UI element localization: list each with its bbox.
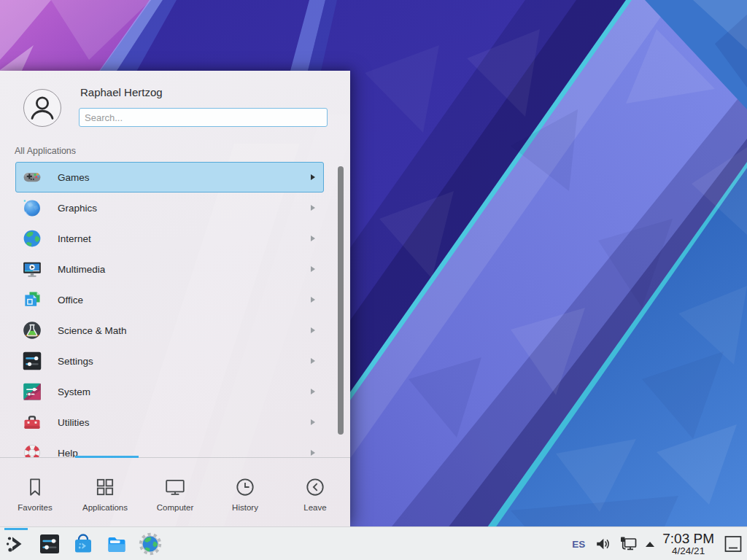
submenu-arrow-icon [311,205,315,211]
category-row-utilities[interactable]: Utilities [15,407,324,438]
leave-icon [304,476,326,498]
web-browser-button[interactable] [137,531,163,557]
utilities-icon [22,412,42,432]
web-browser-icon [139,532,162,556]
category-list: Games Graphics [0,162,350,457]
category-label: Multimedia [58,264,105,275]
tab-label: Favorites [18,503,52,512]
science-icon [22,320,42,341]
scrollbar[interactable] [338,165,344,508]
favorites-icon [24,476,46,498]
tab-favorites[interactable]: Favorites [0,460,70,526]
category-label: Office [58,295,83,306]
user-name: Raphael Hertzog [80,86,163,98]
system-tray: ES 7:03 PM 4/24/21 [572,527,747,560]
taskbar: ES 7:03 PM 4/24/21 [0,526,747,560]
clock-date: 4/24/21 [662,546,714,556]
keyboard-layout-indicator[interactable]: ES [572,539,585,550]
category-label: System [58,386,90,397]
office-icon [22,289,42,310]
application-launcher-button[interactable] [3,531,29,557]
digital-clock[interactable]: 7:03 PM 4/24/21 [662,532,714,556]
discover-button[interactable] [70,531,96,557]
tab-history[interactable]: History [210,460,280,526]
show-desktop-icon [724,534,743,554]
submenu-arrow-icon [311,236,315,241]
active-tab-indicator [75,456,139,458]
system-icon [22,381,42,402]
category-label: Graphics [58,203,97,214]
category-row-internet[interactable]: Internet [15,223,324,254]
tab-applications[interactable]: Applications [70,460,140,526]
tabbar-separator [0,457,350,458]
submenu-arrow-icon [311,266,315,272]
system-settings-button[interactable] [36,531,63,557]
user-avatar-icon [23,88,62,128]
show-desktop-button[interactable] [723,534,743,554]
user-avatar[interactable] [23,88,62,128]
applications-icon [94,476,116,498]
volume-icon[interactable] [595,535,611,553]
category-row-system[interactable]: System [15,376,324,407]
category-row-settings[interactable]: Settings [15,346,324,376]
multimedia-icon [22,259,42,279]
tab-label: Computer [157,503,194,512]
graphics-icon [22,198,42,218]
taskbar-launchers [0,531,171,557]
system-settings-icon [38,532,61,556]
tab-label: Applications [82,503,128,512]
application-launcher-menu: Raphael Hertzog All Applications Games [0,71,350,526]
tab-leave[interactable]: Leave [280,460,350,526]
category-row-graphics[interactable]: Graphics [15,192,324,223]
network-icon[interactable] [619,534,638,553]
category-row-science-math[interactable]: Science & Math [15,315,324,346]
submenu-arrow-icon [311,419,315,425]
help-icon [22,443,42,457]
launcher-tabbar: Favorites Applications Computer [0,460,350,526]
file-manager-button[interactable] [104,531,130,557]
kde-launcher-icon [4,532,28,556]
discover-icon [71,532,95,556]
file-manager-icon [105,532,128,556]
category-row-games[interactable]: Games [15,162,324,192]
category-label: Science & Math [58,325,127,336]
category-row-multimedia[interactable]: Multimedia [15,254,324,284]
computer-icon [164,476,186,498]
submenu-arrow-icon [311,358,315,364]
category-row-office[interactable]: Office [15,284,324,315]
category-label: Games [58,172,90,183]
submenu-arrow-icon [311,450,315,456]
category-row-help[interactable]: Help [15,438,324,457]
submenu-arrow-icon [311,327,315,333]
category-label: Settings [58,356,93,367]
active-task-indicator [4,528,28,530]
tab-label: Leave [303,503,326,512]
internet-icon [22,228,42,249]
submenu-arrow-icon [311,297,315,303]
history-icon [234,476,256,498]
tab-computer[interactable]: Computer [140,460,210,526]
category-label: Internet [58,233,91,244]
submenu-arrow-icon [311,174,315,180]
expand-tray-arrow-icon[interactable] [646,542,654,547]
category-label: Utilities [58,417,90,428]
section-label: All Applications [15,146,76,156]
scrollbar-thumb[interactable] [338,166,344,435]
search-input[interactable] [79,108,328,127]
settings-icon [22,351,42,371]
submenu-arrow-icon [311,389,315,394]
tab-label: History [232,503,258,512]
clock-time: 7:03 PM [662,532,714,546]
games-icon [22,167,42,187]
